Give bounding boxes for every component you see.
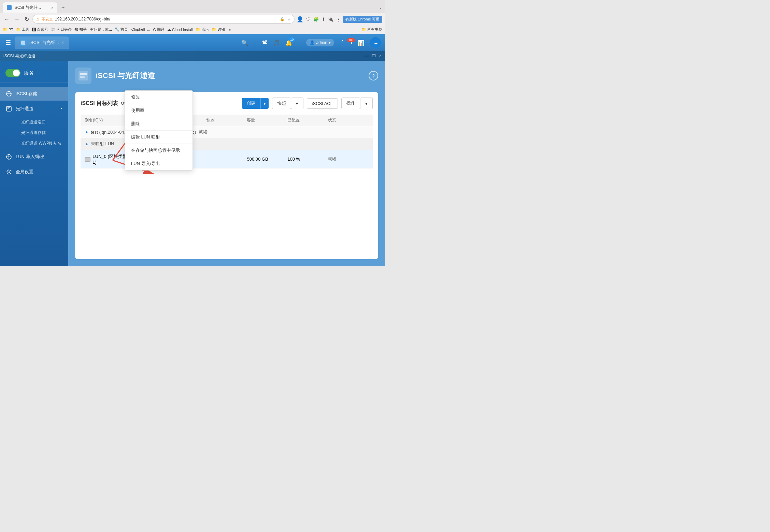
svg-rect-14 — [80, 73, 87, 75]
col-configured: 已配置 — [287, 117, 328, 123]
more-bookmarks[interactable]: » — [229, 28, 231, 32]
forward-btn[interactable]: → — [13, 15, 21, 23]
ctx-delete[interactable]: 删除 — [125, 117, 192, 131]
star-icon[interactable]: ☆ — [287, 17, 291, 21]
app-tab-title: iSCSI 与光纤... — [29, 40, 59, 46]
svg-point-12 — [8, 171, 10, 173]
acl-btn[interactable]: iSCSI ACL — [307, 98, 338, 109]
bookmark-translate[interactable]: G 翻译 — [153, 27, 165, 32]
close-btn[interactable]: × — [379, 54, 382, 58]
new-tab-btn[interactable]: + — [59, 3, 67, 12]
operations-btn[interactable]: 操作 — [341, 98, 360, 109]
help-btn[interactable]: ? — [369, 71, 378, 80]
lock-icon: 🔒 — [280, 17, 285, 21]
bookmark-chiphell[interactable]: 🔧 首页 - Chiphell -... — [115, 27, 150, 32]
bookmark-cloud[interactable]: ☁ Cloud Install — [167, 27, 193, 32]
lun-icon — [85, 157, 90, 162]
browser-controls: ← → ↻ ⚠ 不安全 192.168.200.132:7086/cgi-bin… — [0, 13, 385, 25]
reload-btn[interactable]: ↻ — [23, 15, 30, 23]
snapshot-dropdown-btn[interactable]: ▾ — [291, 98, 303, 109]
tab-expand-btn[interactable]: ⌄ — [379, 5, 382, 10]
tab-close-btn[interactable]: × — [51, 5, 53, 10]
create-btn-group: 创建 ▾ — [242, 98, 269, 109]
fiber-storage-item[interactable]: 光纤通道存储 — [16, 128, 68, 138]
app-header-title: iSCSI 与光纤通道 — [96, 71, 155, 81]
target-expand-icon: ▲ — [85, 130, 89, 134]
search-btn[interactable]: 🔍 — [241, 40, 248, 46]
iscsi-label: iSCSI 存储 — [16, 91, 37, 97]
menu-icon[interactable]: ⋮ — [336, 17, 341, 22]
app-tab-close[interactable]: × — [62, 40, 64, 45]
lun-status-cell: 就绪 — [328, 156, 369, 162]
back-btn[interactable]: ← — [3, 15, 11, 23]
maximize-btn[interactable]: ❐ — [372, 54, 376, 58]
address-bar[interactable]: ⚠ 不安全 192.168.200.132:7086/cgi-bin/ 🔒 ☆ — [32, 15, 295, 24]
sidebar-item-fiber[interactable]: 光纤通道 ∧ — [0, 102, 68, 116]
content-panel: iSCSI 与光纤通道 ? iSCSI 目标列表 ⟳ 创建 ▾ — [68, 61, 385, 266]
settings-nav-icon — [5, 168, 12, 175]
service-toggle-switch[interactable] — [5, 69, 20, 77]
admin-dropdown-icon: ▾ — [329, 40, 331, 45]
admin-icon: 👤 — [310, 40, 315, 45]
sidebar-item-settings[interactable]: 全局设置 — [0, 165, 68, 179]
active-tab[interactable]: iSCSI 与光纤... × — [3, 2, 57, 13]
create-dropdown-btn[interactable]: ▾ — [260, 98, 269, 109]
browser-chrome: iSCSI 与光纤... × + ⌄ ← → ↻ ⚠ 不安全 192.168.2… — [0, 0, 385, 34]
download-icon: ⬇ — [322, 17, 325, 22]
minimize-btn[interactable]: — — [365, 54, 369, 58]
ctx-usage[interactable]: 使用率 — [125, 104, 192, 117]
sidebar-item-lun[interactable]: LUN 导入/导出 — [0, 150, 68, 164]
sidebar-item-iscsi[interactable]: iSCSI 存储 — [0, 87, 68, 101]
hamburger-btn[interactable]: ☰ — [4, 38, 12, 48]
svg-rect-15 — [80, 76, 85, 78]
bookmark-zhihu[interactable]: 知 知乎 - 有问题，就... — [74, 27, 112, 32]
svg-rect-13 — [79, 71, 88, 80]
tab-bar: iSCSI 与光纤... × + ⌄ — [0, 0, 385, 13]
address-icons: 🔒 ☆ — [280, 17, 291, 21]
notification-btn[interactable]: 🔔 10 — [285, 40, 292, 46]
music-btn[interactable]: 🎵 — [273, 40, 280, 46]
app-active-tab[interactable]: iSCSI 与光纤... × — [15, 36, 69, 49]
bookmark-baijia[interactable]: 🅱 百家号 — [32, 27, 48, 32]
create-btn[interactable]: 创建 — [242, 98, 260, 109]
ctx-lun-import[interactable]: LUN 导入/导出 — [125, 157, 192, 170]
bookmark-tools[interactable]: 📁 工具 — [16, 27, 29, 32]
snapshot-btn-group: 快照 ▾ — [272, 98, 303, 109]
chrome-update-btn[interactable]: 有新版 Chrome 可用 — [343, 16, 382, 23]
iscsi-header-icon — [78, 70, 89, 81]
fiber-label: 光纤通道 — [16, 106, 33, 112]
ctx-show-storage[interactable]: 在存储与快照总管中显示 — [125, 144, 192, 157]
admin-btn[interactable]: 👤 admin ▾ — [306, 39, 334, 46]
bookmark-pt[interactable]: 📁 PT — [3, 27, 13, 32]
unmapped-expand-icon: ▲ — [85, 142, 89, 146]
snapshot-btn[interactable]: 快照 — [272, 98, 291, 109]
dashboard-btn[interactable]: 📊 — [358, 40, 365, 46]
cloud-btn[interactable]: ☁ — [370, 37, 381, 48]
separator-2 — [299, 39, 299, 46]
table-title: iSCSI 目标列表 ⟳ — [81, 100, 125, 107]
bookmark-forum[interactable]: 📁 论坛 — [196, 27, 209, 32]
window-title: iSCSI 与光纤通道 — [3, 53, 35, 59]
operations-dropdown-btn[interactable]: ▾ — [360, 98, 373, 109]
app-tab-icon — [20, 39, 27, 46]
ctx-modify[interactable]: 修改 — [125, 91, 192, 104]
table-container: iSCSI 目标列表 ⟳ 创建 ▾ 快照 ▾ iSCSI ACL 操作 ▾ — [75, 92, 378, 259]
extension-icon: 🧩 — [313, 17, 319, 22]
bookmark-toutiao[interactable]: 📰 今日头条 — [51, 27, 72, 32]
ctx-edit-lun[interactable]: 编辑 LUN 映射 — [125, 131, 192, 144]
window-controls[interactable]: — ❐ × — [365, 54, 382, 58]
col-capacity: 容量 — [247, 117, 287, 123]
fiber-port-item[interactable]: 光纤通道端口 — [16, 117, 68, 128]
app-header: iSCSI 与光纤通道 ? — [75, 68, 378, 87]
bookmark-shop[interactable]: 📁 购物 — [212, 27, 225, 32]
all-bookmarks[interactable]: 📁 所有书签 — [361, 27, 382, 32]
browser-toolbar: 👤 🛡 🧩 ⬇ 🔌 ⋮ — [297, 16, 341, 23]
fiber-wwpn-item[interactable]: 光纤通道 WWPN 别名 — [16, 138, 68, 149]
dots-btn[interactable]: ⋮ — [340, 39, 345, 46]
service-toggle-row: 服务 — [0, 66, 68, 83]
film-btn[interactable]: 📽 — [262, 40, 268, 46]
fiber-chevron: ∧ — [60, 107, 63, 111]
info-btn[interactable]: ℹ 10+ — [351, 40, 352, 45]
avatar-icon: 👤 — [297, 16, 303, 23]
app-header-icon — [75, 68, 91, 84]
